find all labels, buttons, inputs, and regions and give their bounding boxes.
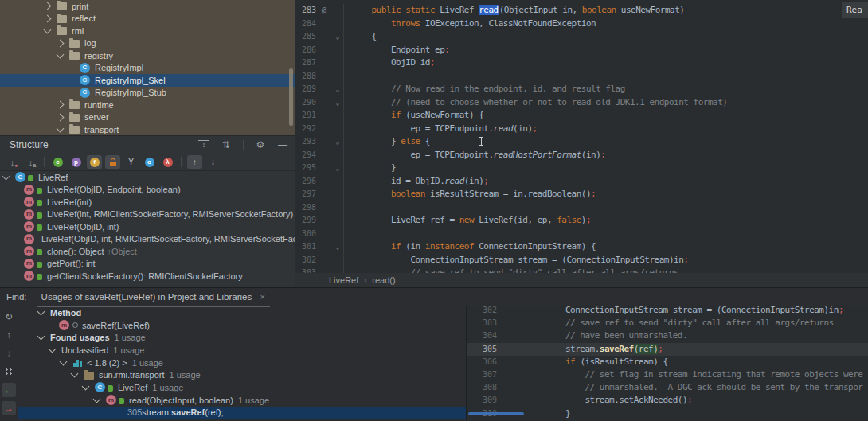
code-line[interactable]: 302 ConnectionInputStream stream = (Conn… [295,254,868,267]
preview-code-line[interactable]: 306if (isResultStream) { [467,356,868,368]
code-text[interactable]: public static LiveRef read(ObjectInput i… [344,4,868,18]
autoscroll-to-source-icon[interactable]: ↑ [187,155,202,169]
preview-horizontal-scrollbar[interactable] [468,412,524,415]
expand-all-icon[interactable]: ↕ [198,140,209,150]
code-line[interactable]: 296 id = ObjID.read(in); [295,175,868,189]
show-inherited-icon[interactable]: Y [123,155,139,169]
usage-tree-row[interactable]: msaveRef(LiveRef) [18,319,466,332]
code-text[interactable]: // set flag in stream indicating that re… [565,368,862,381]
code-line[interactable]: 298 [295,201,868,215]
code-text[interactable]: stream.saveRef(ref); [565,343,663,356]
fold-marker-icon[interactable]: ⌄ [332,162,344,175]
code-text[interactable]: if (isResultStream) { [565,356,668,368]
usage-tree-row[interactable]: Found usages1 usage [18,331,466,344]
show-anonymous-icon[interactable]: o [142,155,157,169]
chevron-down-icon[interactable] [49,345,57,353]
code-line[interactable]: 299 LiveRef ref = new LiveRef(id, ep, fa… [295,214,868,228]
autoscroll-from-source-icon[interactable]: ↓ [205,155,221,169]
next-occurrence-icon[interactable]: ↓ [2,346,16,361]
code-text[interactable]: ConnectionInputStream stream = (Connecti… [565,306,843,317]
chevron-down-icon[interactable] [37,307,45,315]
usage-preview-editor[interactable]: 302ConnectionInputStream stream = (Conne… [467,306,868,421]
code-line[interactable]: 285⌄ { [295,30,868,44]
project-tree-item[interactable]: CRegistryImpl [0,62,295,75]
code-text[interactable]: { [344,30,868,44]
code-text[interactable] [344,228,868,241]
preview-code-line[interactable]: 302ConnectionInputStream stream = (Conne… [467,306,868,317]
show-lambdas-icon[interactable]: λ [160,155,175,169]
chevron-down-icon[interactable] [57,124,65,132]
chevron-down-icon[interactable] [82,383,90,391]
breadcrumb-method[interactable]: read() [372,275,395,285]
usage-tree-row[interactable]: sun.rmi.transport1 usage [18,368,466,381]
code-text[interactable]: ep = TCPEndpoint.readHostPortFormat(in); [344,149,868,162]
structure-item[interactable]: mgetClientSocketFactory(): RMIClientSock… [0,270,295,283]
settings-gear-icon[interactable]: ⚙ [255,139,266,150]
code-line[interactable]: 300 [295,228,868,241]
project-tree-item[interactable]: CRegistryImpl_Stub [0,87,295,99]
code-text[interactable] [344,201,868,215]
code-line[interactable]: 293⌄ } else { [295,135,868,149]
sort-alphabetically-icon[interactable]: ↓a [23,155,38,169]
preview-code-line[interactable]: 307 // set flag in stream indicating tha… [467,368,868,381]
fold-marker-icon[interactable]: ⌄ [332,96,344,110]
code-text[interactable]: boolean isResultStream = in.readBoolean(… [344,188,868,201]
code-text[interactable]: // have been unmarshaled. [565,329,687,342]
project-tree-item[interactable]: rmi [0,25,295,37]
sort-by-visibility-icon[interactable]: ↓● [5,155,20,169]
chevron-right-icon[interactable] [57,101,65,109]
code-text[interactable]: // unmarshaled. A DGC ack should be sent… [565,381,862,394]
project-tree-item[interactable]: runtime [0,99,295,111]
show-properties-icon[interactable]: p [68,155,84,169]
preview-code-line[interactable]: 305stream.saveRef(ref); [467,343,868,356]
code-line[interactable]: 292 ep = TCPEndpoint.read(in); [295,123,868,136]
code-line[interactable]: 283@ public static LiveRef read(ObjectIn… [295,4,868,18]
code-line[interactable]: 294 ep = TCPEndpoint.readHostPortFormat(… [295,149,868,162]
group-by-icon[interactable] [2,364,16,379]
structure-item[interactable]: mclone(): Object↑Object [0,245,295,258]
code-text[interactable]: if (useNewFormat) { [344,109,868,123]
code-line[interactable]: 303 // save ref to send "dirty" call aft… [295,267,868,273]
close-tab-icon[interactable]: × [260,292,264,302]
preview-code-line[interactable]: 310} [467,407,868,420]
code-line[interactable]: 290⌄ // (need to choose whether or not t… [295,96,868,110]
find-results-tab[interactable]: Usages of saveRef(LiveRef) in Project an… [37,291,270,307]
preview-code-line[interactable]: 309 stream.setAckNeeded(); [467,394,868,407]
usage-tree-row[interactable]: CLiveRef1 usage [18,381,466,394]
fold-marker-icon[interactable]: ⌄ [332,135,344,149]
code-line[interactable]: 286 Endpoint ep; [295,44,868,57]
navigate-with-source-icon[interactable]: ← [2,383,16,397]
project-tree-item[interactable]: transport [0,123,295,135]
project-tree-item[interactable]: server [0,111,295,124]
chevron-down-icon[interactable] [37,333,45,341]
code-text[interactable]: // save ref to send "dirty" call after a… [565,317,834,329]
chevron-down-icon[interactable] [71,370,79,378]
chevron-right-icon[interactable] [57,39,65,47]
structure-item[interactable]: CLiveRef [0,171,295,184]
code-text[interactable]: // Now read in the endpoint, id, and res… [344,83,868,96]
rerun-icon[interactable]: ↻ [2,310,16,324]
code-text[interactable]: // (need to choose whether or not to rea… [344,96,868,110]
previous-occurrence-icon[interactable]: ↑ [2,328,16,342]
code-text[interactable]: } [344,162,868,175]
structure-item[interactable]: mLiveRef(ObjID, int) [0,220,295,233]
collapse-all-icon[interactable]: ⇅ [221,139,232,150]
code-text[interactable]: id = ObjID.read(in); [344,175,868,189]
code-text[interactable]: stream.setAckNeeded(); [565,394,692,407]
code-line[interactable]: 288 [295,70,868,84]
code-line[interactable]: 287 ObjID id; [295,57,868,70]
usage-tree-row[interactable]: Unclassified1 usage [18,344,466,357]
code-line[interactable]: 289⌄ // Now read in the endpoint, id, an… [295,83,868,96]
structure-item[interactable]: mLiveRef(ObjID, int, RMIClientSocketFact… [0,233,295,246]
usage-tree-row[interactable]: < 1.8 (2) >1 usage [18,357,466,369]
preview-code-line[interactable]: 304// have been unmarshaled. [467,329,868,342]
chevron-right-icon[interactable] [57,113,65,121]
code-text[interactable]: // save ref to send "dirty" call after a… [344,267,868,273]
chevron-down-icon[interactable] [57,50,65,58]
project-tree-item[interactable]: CRegistryImpl_Skel [0,74,295,87]
structure-item[interactable]: mLiveRef(int, RMIClientSocketFactory, RM… [0,209,295,221]
structure-item[interactable]: mLiveRef(int) [0,196,295,209]
code-text[interactable]: LiveRef ref = new LiveRef(id, ep, false)… [344,214,868,228]
code-text[interactable] [344,70,868,84]
project-tree-item[interactable]: print [0,0,295,13]
